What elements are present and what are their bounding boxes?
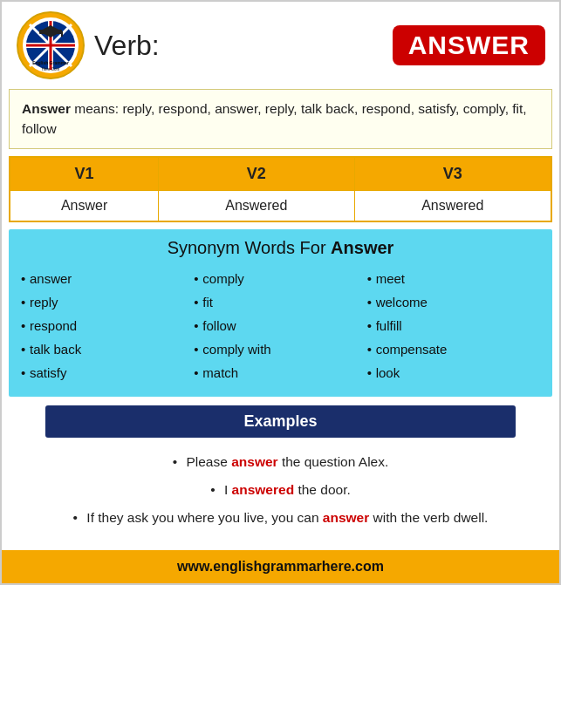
means-bold-word: Answer [22,101,71,116]
footer-url: www.englishgrammarhere.com [177,559,384,574]
syn-2-3: follow [194,314,366,337]
syn-3-4: compensate [367,337,540,361]
row-v2: Answered [159,190,354,221]
synonym-title: Synonym Words For Answer [21,238,540,258]
ex2-before: I [224,482,232,497]
header-title: Verb: [94,30,384,62]
synonym-title-bold: Answer [331,238,393,257]
synonym-columns: answer reply respond talk back satisfy c… [21,267,540,384]
ex1-before: Please [186,454,231,469]
col-v3: V3 [354,157,551,191]
logo: English Grammar Here.Com [16,10,86,80]
verb-label: Verb: [94,30,160,61]
syn-1-2: reply [21,290,194,314]
syn-1-1: answer [21,267,194,290]
syn-1-4: talk back [21,337,194,361]
col-v1: V1 [10,157,159,191]
row-v1: Answer [10,190,159,221]
syn-3-2: welcome [367,290,540,314]
syn-2-1: comply [194,267,366,290]
verb-badge: ANSWER [393,25,545,65]
synonym-title-plain: Synonym Words For [168,238,331,257]
means-text: means: reply, respond, answer, reply, ta… [22,101,527,136]
syn-1-5: satisfy [21,361,194,384]
verb-table: V1 V2 V3 Answer Answered Answered [9,156,552,222]
ex3-before: If they ask you where you live, you can [86,510,323,525]
example-3: If they ask you where you live, you can … [28,504,533,532]
examples-list: Please answer the question Alex. I answe… [2,438,559,543]
syn-2-2: fit [194,290,366,314]
syn-3-5: look [367,361,540,384]
svg-text:Here.Com: Here.Com [42,67,60,71]
syn-3-3: fulfill [367,314,540,337]
syn-2-4: comply with [194,337,366,361]
ex2-after: the door. [294,482,351,497]
syn-2-5: match [194,361,366,384]
means-section: Answer means: reply, respond, answer, re… [9,89,552,149]
synonym-section: Synonym Words For Answer answer reply re… [9,229,552,397]
main-container: English Grammar Here.Com Verb: ANSWER An… [0,0,561,585]
synonym-col-3: meet welcome fulfill compensate look [367,267,540,384]
footer: www.englishgrammarhere.com [2,550,559,583]
header: English Grammar Here.Com Verb: ANSWER [2,2,559,89]
ex3-highlight: answer [323,510,369,525]
examples-header: Examples [45,405,516,438]
ex2-highlight: answered [232,482,295,497]
synonym-col-1: answer reply respond talk back satisfy [21,267,194,384]
ex1-after: the question Alex. [278,454,389,469]
ex1-highlight: answer [231,454,277,469]
syn-3-1: meet [367,267,540,290]
example-1: Please answer the question Alex. [28,448,533,476]
col-v2: V2 [159,157,354,191]
example-2: I answered the door. [28,476,533,504]
svg-text:English Grammar: English Grammar [32,60,69,65]
ex3-after: with the verb dwell. [369,510,488,525]
synonym-col-2: comply fit follow comply with match [194,267,366,384]
syn-1-3: respond [21,314,194,337]
row-v3: Answered [354,190,551,221]
